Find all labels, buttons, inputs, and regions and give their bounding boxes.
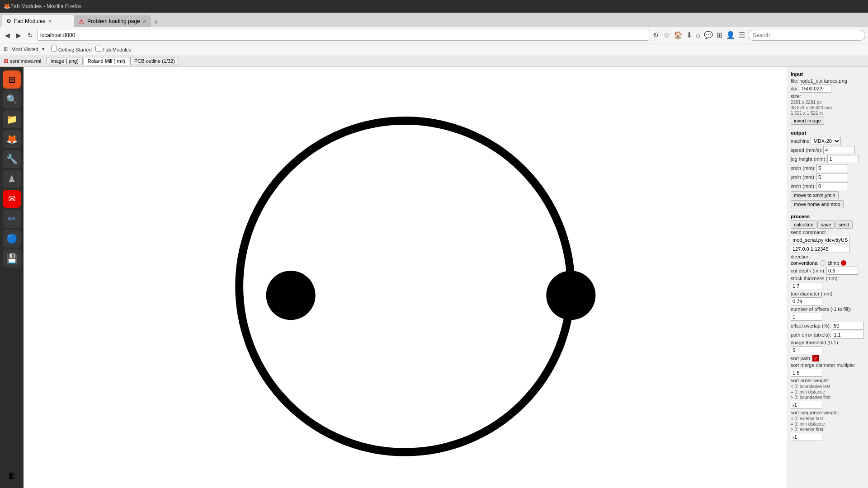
size-row: size: [791, 94, 864, 99]
new-tab-button[interactable]: + [151, 18, 161, 27]
stock-thickness-input[interactable] [791, 282, 822, 290]
save-btn[interactable]: save [817, 221, 834, 229]
dpi-input[interactable] [800, 84, 831, 93]
sort-merge-input[interactable] [791, 369, 822, 377]
face-drawing [24, 67, 787, 488]
xmin-label: xmin (mm): [791, 165, 816, 171]
cut-depth-label: cut depth (mm): [791, 268, 826, 273]
home-stop-btn[interactable]: move home and stop [791, 200, 844, 208]
dock-icon-blue[interactable]: 🔵 [3, 230, 21, 248]
move-btn-row: move to xmin,ymin [791, 191, 864, 199]
sort-seq-desc1: < 0: exterior last [791, 416, 864, 421]
sort-merge-label: sort merge diameter multiple: [791, 362, 855, 368]
tab-problem[interactable]: ⚠ Problem loading page × [74, 15, 151, 27]
user-icon[interactable]: 👤 [725, 30, 736, 40]
num-offsets-input[interactable] [791, 313, 822, 321]
jog-height-label: jog height (mm): [791, 156, 826, 162]
conventional-radio[interactable] [821, 260, 826, 266]
direction-radio-row: conventional climb [791, 260, 864, 266]
sort-merge-row: sort merge diameter multiple: [791, 362, 864, 377]
size-px: 2281 x 2281 px [791, 100, 864, 105]
zmin-input[interactable] [816, 182, 848, 190]
download-icon[interactable]: ⬇ [685, 30, 693, 40]
speed-row: speed (mm/s): [791, 146, 864, 154]
calculate-btn[interactable]: calculate [791, 221, 816, 229]
pcb-outline-tab-btn[interactable]: PCB outline (1/32) [130, 57, 179, 65]
offset-overlap-row: offset overlap (%): [791, 322, 864, 330]
address-row [791, 245, 864, 253]
send-command-row: send command: [791, 230, 864, 235]
roland-mill-tab-btn[interactable]: Roland Mill (.rml) [84, 57, 129, 65]
invert-image-btn[interactable]: invert image [791, 117, 824, 125]
move-to-btn[interactable]: move to xmin,ymin [791, 191, 839, 199]
getting-started-checkbox[interactable] [51, 46, 57, 52]
image-tab-btn[interactable]: image (.png) [47, 57, 83, 65]
menu-icon[interactable]: ☰ [738, 30, 746, 40]
dock-icon-search[interactable]: ⊞ [3, 70, 21, 89]
dock-icon-email[interactable]: ✉ [3, 190, 21, 208]
right-panel: input file: node1_cut tarces.png dpi: si… [787, 67, 868, 488]
navbar: ◀ ▶ ↻ ↻ ☆ 🏠 ⬇ ⌂ 💬 ⊞ 👤 ☰ [0, 27, 868, 43]
apps-icon[interactable]: ⊞ [716, 30, 723, 40]
dock-icon-folder[interactable]: 📁 [3, 110, 21, 128]
home2-icon[interactable]: ⌂ [695, 30, 701, 40]
send-btn[interactable]: send [835, 221, 853, 229]
machine-select[interactable]: MDX-20 [811, 137, 841, 145]
cut-depth-input[interactable] [826, 267, 858, 275]
refresh-btn2[interactable]: ↻ [651, 31, 661, 40]
dock-icon-files[interactable]: 🔍 [3, 90, 21, 108]
ymin-input[interactable] [816, 173, 848, 181]
image-threshold-input[interactable] [791, 346, 822, 354]
dpi-row: dpi: [791, 84, 864, 93]
chat-icon[interactable]: 💬 [703, 30, 714, 40]
speed-input[interactable] [823, 146, 855, 154]
jog-height-row: jog height (mm): [791, 155, 864, 163]
forward-button[interactable]: ▶ [14, 31, 24, 40]
send-command-input[interactable] [791, 236, 849, 244]
refresh-button[interactable]: ↻ [25, 31, 35, 40]
home-icon[interactable]: 🏠 [673, 30, 684, 40]
url-bar[interactable] [37, 30, 649, 41]
titlebar-title: Fab Modules - Mozilla Firefox [10, 3, 81, 9]
dock-icon-settings[interactable]: 🔧 [3, 150, 21, 168]
climb-radio[interactable] [841, 260, 846, 266]
tool-diameter-input[interactable] [791, 297, 822, 305]
dock-icon-text[interactable]: ✏ [3, 210, 21, 228]
search-input[interactable] [748, 30, 865, 41]
tab-close-problem-btn[interactable]: × [143, 18, 146, 25]
path-error-input[interactable] [832, 331, 863, 339]
offset-overlap-input[interactable] [832, 322, 863, 330]
svg-point-2 [546, 271, 595, 320]
bookmark-dropdown-icon[interactable]: ▾ [42, 46, 45, 52]
machine-label: machine [791, 138, 810, 144]
dock-icon-chess[interactable]: ♟ [3, 170, 21, 188]
tab-close-btn[interactable]: × [48, 18, 52, 25]
tab-fab-modules[interactable]: ⚙ Fab Modules × [2, 15, 74, 27]
sort-seq-desc3: > 0: exterior first [791, 427, 864, 432]
sort-order-input-row [791, 401, 864, 409]
home-btn-row: move home and stop [791, 200, 864, 208]
fab-modules-checkbox[interactable] [95, 46, 101, 52]
sort-order-input[interactable] [791, 401, 822, 409]
tab-label: Fab Modules [14, 18, 45, 24]
image-threshold-row: image threshold (0-1): [791, 340, 864, 354]
back-button[interactable]: ◀ [3, 31, 12, 40]
browser-icon: 🦊 [4, 3, 10, 9]
direction-label: direction: [791, 254, 811, 259]
fab-modules-bookmark[interactable]: Fab Modules [103, 47, 132, 52]
address-input[interactable] [791, 245, 849, 253]
tab-error-icon: ⚠ [79, 18, 85, 25]
sort-order-row: sort order weight: [791, 378, 864, 383]
most-visited-bookmark[interactable]: Most Visited [11, 47, 38, 52]
getting-started-bookmark[interactable]: Getting Started [58, 47, 92, 52]
sort-path-checkbox[interactable]: ✓ [812, 355, 819, 361]
sent-label: sent move.rml [10, 58, 41, 64]
dock-icon-firefox[interactable]: 🦊 [3, 130, 21, 148]
dock-icon-disk[interactable]: 💾 [3, 249, 21, 267]
bookmark-star-icon[interactable]: ☆ [663, 30, 671, 40]
xmin-input[interactable] [816, 164, 848, 172]
dock-icon-trash[interactable]: 🗑 [3, 466, 21, 484]
canvas-area [24, 67, 787, 488]
sort-seq-input[interactable] [791, 433, 822, 441]
jog-height-input[interactable] [827, 155, 859, 163]
